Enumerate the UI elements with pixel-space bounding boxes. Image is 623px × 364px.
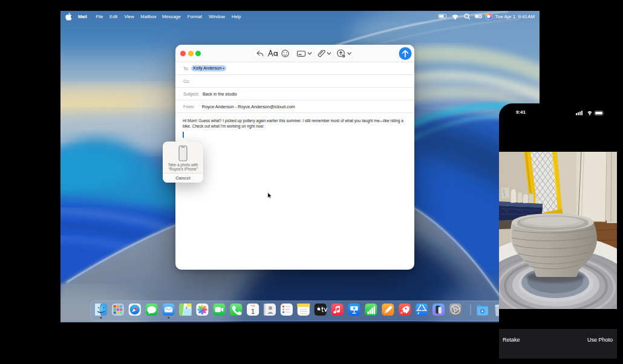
svg-text:1: 1 — [251, 308, 255, 315]
